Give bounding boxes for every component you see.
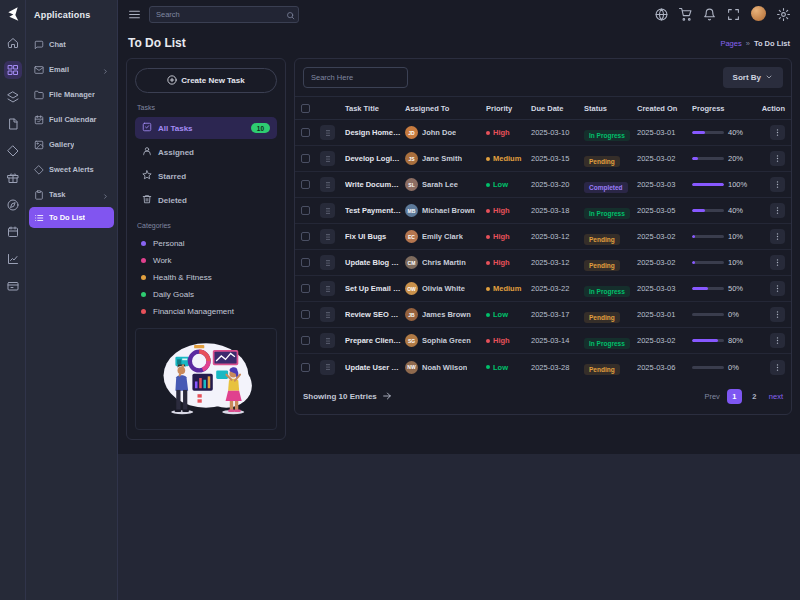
sidebar-title: Applications xyxy=(26,0,117,32)
rail-chart-icon[interactable] xyxy=(4,250,22,268)
progress-percent: 20% xyxy=(728,154,743,163)
row-action-menu-icon[interactable] xyxy=(770,307,785,322)
assignee-avatar: MB xyxy=(405,204,418,217)
pagination-next[interactable]: next xyxy=(769,392,783,401)
drag-handle-icon[interactable] xyxy=(320,229,335,244)
row-action-menu-icon[interactable] xyxy=(770,125,785,140)
task-nav-deleted[interactable]: Deleted xyxy=(135,189,277,211)
row-action-menu-icon[interactable] xyxy=(770,203,785,218)
rail-grid-icon[interactable] xyxy=(4,61,22,79)
app-logo[interactable] xyxy=(5,6,21,22)
sort-by-button[interactable]: Sort By xyxy=(723,67,783,88)
expand-icon[interactable] xyxy=(727,7,740,20)
bell-icon[interactable] xyxy=(703,7,716,20)
task-nav-assigned[interactable]: Assigned xyxy=(135,141,277,163)
row-checkbox[interactable] xyxy=(301,232,310,241)
assignee-cell: MB Michael Brown xyxy=(405,204,483,217)
row-checkbox[interactable] xyxy=(301,206,310,215)
category-health-fitness[interactable]: Health & Fitness xyxy=(135,269,277,286)
settings-icon[interactable] xyxy=(777,7,790,20)
rail-diamond-icon[interactable] xyxy=(4,142,22,160)
drag-handle-icon[interactable] xyxy=(320,281,335,296)
drag-handle-icon[interactable] xyxy=(320,125,335,140)
drag-handle-icon[interactable] xyxy=(320,203,335,218)
todo-module: To Do List Pages » To Do List Create New… xyxy=(118,26,800,454)
category-financial-management[interactable]: Financial Management xyxy=(135,303,277,320)
drag-handle-icon[interactable] xyxy=(320,177,335,192)
task-nav-starred[interactable]: Starred xyxy=(135,165,277,187)
cart-icon[interactable] xyxy=(679,7,692,20)
task-title: Set Up Email Campaign xyxy=(345,284,402,293)
category-daily-goals[interactable]: Daily Goals xyxy=(135,286,277,303)
status-badge: Pending xyxy=(584,312,620,323)
progress-cell: 40% xyxy=(692,206,752,215)
row-checkbox[interactable] xyxy=(301,336,310,345)
row-checkbox[interactable] xyxy=(301,310,310,319)
create-new-task-button[interactable]: Create New Task xyxy=(135,68,277,93)
rail-gift-icon[interactable] xyxy=(4,169,22,187)
rail-calendar-icon[interactable] xyxy=(4,223,22,241)
drag-handle-icon[interactable] xyxy=(320,307,335,322)
row-checkbox[interactable] xyxy=(301,258,310,267)
pagination-page-1[interactable]: 1 xyxy=(727,389,742,404)
breadcrumb-pages[interactable]: Pages xyxy=(720,39,741,48)
progress-track xyxy=(692,339,724,342)
drag-handle-icon[interactable] xyxy=(320,151,335,166)
globe-icon[interactable] xyxy=(655,7,668,20)
status-cell: Pending xyxy=(584,306,634,324)
sidebar-item-chat[interactable]: Chat xyxy=(29,32,114,57)
pagination-prev[interactable]: Prev xyxy=(704,392,719,401)
status-cell: In Progress xyxy=(584,332,634,350)
task-title: Design Homepage xyxy=(345,128,402,137)
rail-card-icon[interactable] xyxy=(4,277,22,295)
breadcrumb-separator: » xyxy=(746,39,750,48)
row-action-menu-icon[interactable] xyxy=(770,281,785,296)
pagination-page-2[interactable]: 2 xyxy=(747,389,762,404)
row-checkbox[interactable] xyxy=(301,363,310,372)
sidebar-item-task[interactable]: Task xyxy=(29,182,114,207)
row-action-menu-icon[interactable] xyxy=(770,177,785,192)
row-action-menu-icon[interactable] xyxy=(770,229,785,244)
column-header-progress: Progress xyxy=(692,104,752,113)
rail-home-icon[interactable] xyxy=(4,34,22,52)
sidebar-item-file-manager[interactable]: File Manager xyxy=(29,82,114,107)
column-header-status: Status xyxy=(584,104,634,113)
progress-fill xyxy=(692,209,705,212)
task-nav-all-tasks[interactable]: All Tasks 10 xyxy=(135,117,277,139)
rail-compass-icon[interactable] xyxy=(4,196,22,214)
sidebar-item-full-calendar[interactable]: Full Calendar xyxy=(29,107,114,132)
row-checkbox[interactable] xyxy=(301,154,310,163)
row-action-menu-icon[interactable] xyxy=(770,151,785,166)
topbar-search-input[interactable] xyxy=(149,6,299,23)
sidebar-item-gallery[interactable]: Gallery xyxy=(29,132,114,157)
row-action-menu-icon[interactable] xyxy=(770,255,785,270)
row-action-menu-icon[interactable] xyxy=(770,333,785,348)
table-search-input[interactable] xyxy=(303,67,408,88)
sidebar-item-sweet-alerts[interactable]: Sweet Alerts xyxy=(29,157,114,182)
drag-handle-icon[interactable] xyxy=(320,255,335,270)
drag-handle-icon[interactable] xyxy=(320,360,335,375)
progress-cell: 20% xyxy=(692,154,752,163)
select-all-checkbox[interactable] xyxy=(301,104,310,113)
drag-handle-icon[interactable] xyxy=(320,333,335,348)
row-checkbox[interactable] xyxy=(301,284,310,293)
priority-cell: Low xyxy=(486,310,528,319)
status-badge: Pending xyxy=(584,156,620,167)
row-checkbox[interactable] xyxy=(301,128,310,137)
user-avatar[interactable] xyxy=(751,6,766,21)
table-row: Update User Profiles NW Noah Wilson Low … xyxy=(295,354,791,380)
category-work[interactable]: Work xyxy=(135,252,277,269)
category-personal[interactable]: Personal xyxy=(135,235,277,252)
progress-percent: 40% xyxy=(728,128,743,137)
row-action-menu-icon[interactable] xyxy=(770,360,785,375)
sidebar-item-to-do-list[interactable]: To Do List xyxy=(29,207,114,228)
due-date: 2025-03-17 xyxy=(531,310,581,319)
hamburger-icon[interactable] xyxy=(128,7,141,20)
sidebar-item-email[interactable]: Email xyxy=(29,57,114,82)
chat-icon xyxy=(34,36,44,54)
rail-layers-icon[interactable] xyxy=(4,88,22,106)
created-on: 2025-03-02 xyxy=(637,336,689,345)
rail-file-icon[interactable] xyxy=(4,115,22,133)
status-badge: In Progress xyxy=(584,208,630,219)
row-checkbox[interactable] xyxy=(301,180,310,189)
